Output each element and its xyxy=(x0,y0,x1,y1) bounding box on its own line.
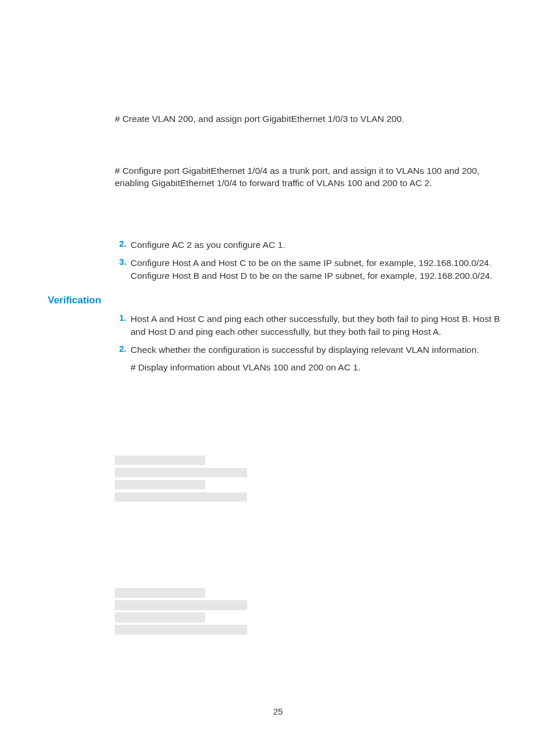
verification-step-1: 1. Host A and Host C and ping each other… xyxy=(115,313,500,338)
blank-space xyxy=(115,131,500,165)
step-text: Check whether the configuration is succe… xyxy=(131,344,500,356)
redacted-line xyxy=(115,612,205,622)
step-number: 2. xyxy=(115,344,126,354)
redacted-line xyxy=(115,600,247,610)
redacted-output-block-1 xyxy=(115,456,500,502)
paragraph-configure-trunk: # Configure port GigabitEthernet 1/0/4 a… xyxy=(115,165,500,190)
step-number: 3. xyxy=(115,257,126,267)
redacted-line xyxy=(115,468,247,478)
step-number: 2. xyxy=(115,239,126,249)
redacted-line xyxy=(115,456,205,466)
spacer xyxy=(115,288,500,294)
redacted-line xyxy=(115,625,247,635)
step-subtext: # Display information about VLANs 100 an… xyxy=(131,361,500,374)
step-text: Host A and Host C and ping each other su… xyxy=(131,313,500,338)
redacted-line xyxy=(115,492,247,502)
page-number: 25 xyxy=(0,706,556,716)
spacer xyxy=(115,294,500,313)
heading-verification: Verification xyxy=(48,295,101,306)
procedure-step-3: 3. Configure Host A and Host C to be on … xyxy=(115,257,500,282)
procedure-step-2: 2. Configure AC 2 as you configure AC 1. xyxy=(115,239,500,251)
redacted-line xyxy=(115,480,205,490)
step-text: Configure AC 2 as you configure AC 1. xyxy=(131,239,500,251)
step-number: 1. xyxy=(115,313,126,323)
redacted-output-block-2 xyxy=(115,588,500,635)
step-text: Configure Host A and Host C to be on the… xyxy=(131,257,500,282)
document-page: # Create VLAN 200, and assign port Gigab… xyxy=(0,0,556,756)
blank-space xyxy=(115,195,500,239)
paragraph-create-vlan-200: # Create VLAN 200, and assign port Gigab… xyxy=(115,113,500,125)
verification-step-2: 2. Check whether the configuration is su… xyxy=(115,344,500,373)
redacted-line xyxy=(115,588,205,598)
